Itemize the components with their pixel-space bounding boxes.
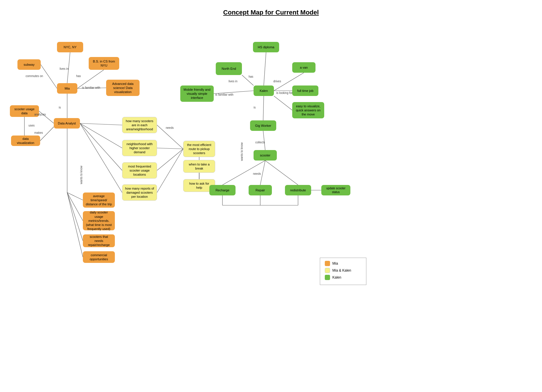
- label-uses: uses: [28, 124, 35, 127]
- node-how-many-scooters: how many scooters are in each area/neigh…: [122, 117, 157, 133]
- legend-dot-kalen: [325, 275, 330, 280]
- node-update-status: update scooter status: [321, 185, 350, 195]
- node-redistribute: redistribute: [285, 185, 311, 195]
- label-has-bs: has: [76, 74, 81, 78]
- svg-line-27: [263, 96, 264, 120]
- node-daily-metrics: daily scooter usage metrics/trends. (wha…: [83, 211, 115, 230]
- legend-dot-mia-kalen: [325, 268, 330, 273]
- svg-line-21: [264, 52, 266, 85]
- svg-line-26: [274, 96, 292, 110]
- node-subway: subway: [17, 59, 41, 70]
- svg-line-31: [265, 161, 298, 185]
- node-scooter: scooter: [254, 150, 277, 161]
- label-has-kalen: has: [249, 75, 253, 78]
- node-when-break: when to take a break: [183, 160, 215, 173]
- label-is-looking-for: is looking for: [276, 91, 293, 95]
- legend-item-mia-kalen: Mia & Kalen: [325, 268, 361, 273]
- node-avg-time: average time/speed/ distance of the trip: [83, 193, 115, 208]
- node-repair: Repair: [249, 185, 272, 195]
- node-data-viz: data visualization: [11, 136, 40, 146]
- label-is-familiar-kalen: is familiar with: [215, 93, 233, 96]
- node-gig-worker: Gig Worker: [250, 120, 276, 131]
- svg-line-9: [80, 123, 122, 148]
- label-lives-in-nyc: lives in: [60, 67, 69, 70]
- page-title: Concept Map for Current Model: [0, 0, 542, 19]
- node-north-end: North End: [216, 62, 242, 75]
- label-analyzes: analyzes: [34, 113, 46, 116]
- label-needs-scooter: needs: [253, 172, 261, 175]
- legend: Mia Mia & Kalen Kalen: [320, 258, 366, 285]
- legend-label-mia-kalen: Mia & Kalen: [332, 268, 351, 272]
- svg-line-10: [80, 123, 122, 170]
- node-kalen: Kalen: [254, 85, 274, 96]
- legend-label-kalen: Kalen: [332, 275, 341, 279]
- svg-line-30: [260, 161, 265, 185]
- svg-line-14: [67, 193, 83, 221]
- node-full-time-job: full time job: [292, 85, 318, 96]
- label-wants-to-know-kalen: wants to know: [240, 142, 243, 161]
- label-is-gig: is: [254, 106, 256, 109]
- node-hs-diploma: HS diploma: [253, 42, 279, 52]
- svg-line-8: [80, 123, 122, 125]
- label-makes: makes: [34, 131, 43, 134]
- node-most-frequented: most frequented scooter usage locations: [122, 162, 157, 179]
- node-most-efficient: the most efficient route to pickup scoot…: [183, 141, 215, 157]
- svg-line-20: [157, 149, 183, 193]
- node-data-analyst: Data Analyst: [54, 118, 80, 129]
- label-wants-to-know-left: wants to know: [80, 166, 83, 184]
- node-mia: Mia: [57, 83, 77, 94]
- label-drives: drives: [273, 80, 281, 83]
- svg-line-18: [157, 148, 183, 149]
- legend-label-mia: Mia: [332, 261, 338, 266]
- node-mobile-friendly: Mobile friendly and visually simple inte…: [180, 85, 214, 102]
- node-scooters-repair: scooters that needs repair/recharge: [83, 234, 115, 247]
- svg-line-15: [67, 193, 83, 241]
- node-commercial: commercial opportunities: [83, 251, 115, 263]
- svg-line-28: [263, 131, 265, 150]
- svg-line-1: [41, 65, 57, 88]
- svg-line-16: [67, 193, 83, 257]
- label-is-data: is: [59, 106, 61, 109]
- node-advanced: Advanced data science/ Data visualizatio…: [106, 80, 140, 96]
- node-neighborhood-demand: neighborhood with higher scooter demand: [122, 140, 157, 156]
- svg-line-13: [67, 193, 83, 200]
- legend-dot-mia: [325, 261, 330, 266]
- label-collects: collects: [255, 141, 265, 144]
- label-needs: needs: [166, 126, 174, 129]
- node-how-many-damaged: how many reports of damaged scooters per…: [122, 184, 157, 201]
- label-lives-in-kalen: lives in: [229, 80, 238, 83]
- svg-line-19: [157, 149, 183, 170]
- connector-lines: [0, 19, 542, 392]
- svg-line-2: [77, 70, 104, 88]
- node-recharge: Recharge: [209, 185, 236, 195]
- concept-map-canvas: NYC, NY subway B.S. in CS from NYU Mia A…: [0, 19, 542, 392]
- node-easy-visualize: easy to visualize, quick answers on the …: [292, 102, 324, 118]
- node-nyc: NYC, NY: [57, 42, 83, 52]
- label-is-familiar-mia: is familiar with: [82, 86, 100, 89]
- legend-item-mia: Mia: [325, 261, 361, 266]
- node-a-van: a van: [292, 62, 315, 73]
- label-commutes-on: commutes on: [26, 74, 43, 78]
- legend-item-kalen: Kalen: [325, 275, 361, 280]
- svg-line-11: [80, 123, 122, 193]
- node-bscs: B.S. in CS from NYU: [89, 57, 119, 70]
